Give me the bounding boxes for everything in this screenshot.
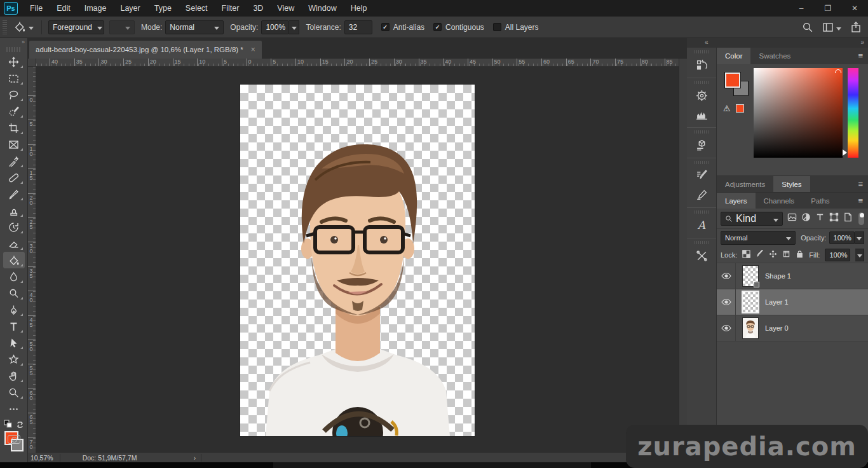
path-selection-tool-button[interactable]	[3, 334, 25, 351]
filter-shape-layers-button[interactable]	[829, 212, 839, 224]
opacity-field[interactable]: 100%	[261, 20, 289, 34]
swap-colors-icon[interactable]	[16, 420, 26, 430]
pattern-picker-dropdown[interactable]	[109, 20, 135, 34]
menu-type[interactable]: Type	[147, 0, 179, 17]
workspace-switcher[interactable]	[822, 22, 841, 33]
hue-slider[interactable]	[848, 68, 858, 158]
lock-transparent-pixels-button[interactable]	[742, 250, 750, 259]
tab-close-icon[interactable]: ×	[251, 45, 255, 54]
frame-tool-button[interactable]	[3, 136, 25, 153]
menu-select[interactable]: Select	[179, 0, 215, 17]
contiguous-checkbox[interactable]: Contiguous	[433, 23, 484, 32]
layer-thumbnail[interactable]	[743, 318, 758, 338]
zoom-tool-button[interactable]	[3, 384, 25, 401]
navigator-panel-button[interactable]	[689, 86, 714, 105]
minimize-button[interactable]: –	[788, 0, 815, 17]
spot-healing-brush-tool-button[interactable]	[3, 169, 25, 186]
brushes-panel-button[interactable]	[689, 185, 714, 204]
panel-menu-icon[interactable]: ≡	[858, 181, 863, 188]
visibility-toggle[interactable]	[717, 289, 736, 315]
layer-row-layer-1[interactable]: Layer 1	[717, 289, 868, 315]
lock-artboard-button[interactable]	[782, 250, 790, 259]
layers-opacity-dropdown-button[interactable]	[855, 231, 864, 244]
all-layers-checkbox[interactable]: All Layers	[493, 23, 539, 32]
fill-source-dropdown[interactable]: Foreground	[48, 20, 104, 34]
clone-stamp-tool-button[interactable]	[3, 202, 25, 219]
custom-shape-tool-button[interactable]	[3, 351, 25, 368]
quick-selection-tool-button[interactable]	[3, 103, 25, 120]
status-options-icon[interactable]: ›	[187, 454, 202, 462]
layer-name[interactable]: Layer 1	[765, 298, 789, 306]
mode-dropdown[interactable]: Normal	[165, 20, 224, 34]
vertical-ruler[interactable]: 0510152025303540455055606570	[28, 67, 36, 453]
foreground-color-swatch[interactable]	[724, 72, 741, 88]
zoom-level-field[interactable]: 10,57%	[28, 454, 60, 462]
menu-file[interactable]: File	[23, 0, 50, 17]
eraser-tool-button[interactable]	[3, 235, 25, 252]
tab-channels[interactable]: Channels	[756, 193, 803, 209]
blend-mode-dropdown[interactable]: Normal	[721, 231, 796, 245]
opacity-dropdown-button[interactable]	[289, 20, 299, 34]
search-icon[interactable]	[802, 22, 813, 33]
quick-mask-button[interactable]	[8, 435, 20, 444]
document-canvas[interactable]	[240, 85, 475, 436]
paint-bucket-tool-button[interactable]	[3, 252, 25, 268]
pen-tool-button[interactable]	[3, 301, 25, 318]
filter-pixel-layers-button[interactable]	[787, 212, 797, 224]
toolbar-collapse-button[interactable]: »	[0, 38, 27, 46]
layers-opacity-field[interactable]: 100%	[829, 231, 855, 244]
lasso-tool-button[interactable]	[3, 86, 25, 103]
visibility-toggle[interactable]	[717, 263, 736, 289]
layer-row-shape-1[interactable]: Shape 1	[717, 263, 868, 289]
filtering-toggle[interactable]	[858, 212, 864, 225]
edit-toolbar-button-button[interactable]	[3, 401, 25, 417]
tool-presets-panel-button[interactable]	[689, 246, 714, 265]
panel-menu-icon[interactable]: ≡	[858, 52, 863, 60]
brush-tool-button[interactable]	[3, 186, 25, 202]
menu-filter[interactable]: Filter	[215, 0, 247, 17]
history-brush-tool-button[interactable]	[3, 219, 25, 235]
lock-all-button[interactable]	[796, 250, 804, 259]
canvas-area[interactable]	[36, 67, 679, 453]
tab-swatches[interactable]: Swatches	[750, 48, 799, 64]
tool-preset-picker[interactable]	[10, 21, 37, 33]
kind-filter-dropdown[interactable]: Kind	[721, 212, 783, 226]
visibility-toggle[interactable]	[717, 315, 736, 341]
blur-tool-button[interactable]	[3, 268, 25, 285]
hand-tool-button[interactable]	[3, 368, 25, 384]
share-icon[interactable]	[850, 22, 862, 33]
tab-layers[interactable]: Layers	[717, 193, 756, 209]
layer-thumbnail[interactable]	[743, 292, 758, 312]
menu-view[interactable]: View	[270, 0, 301, 17]
properties-panel-button[interactable]	[689, 135, 714, 155]
histogram-panel-button[interactable]	[689, 105, 714, 124]
menu-layer[interactable]: Layer	[113, 0, 147, 17]
color-field[interactable]	[754, 68, 843, 158]
horizontal-ruler[interactable]: 4035302520151050510152025303540455055606…	[36, 59, 679, 67]
layer-name[interactable]: Layer 0	[765, 324, 789, 332]
glyphs-panel-button[interactable]: A	[689, 216, 714, 235]
document-tab[interactable]: adult-beard-boy-casual-220453.jpg @ 10,6…	[29, 41, 262, 59]
layer-thumbnail[interactable]	[743, 266, 758, 286]
dodge-tool-button[interactable]	[3, 285, 25, 301]
tab-styles[interactable]: Styles	[773, 176, 810, 192]
fill-field[interactable]: 100%	[825, 249, 850, 261]
type-tool-button[interactable]	[3, 318, 25, 334]
crop-tool-button[interactable]	[3, 120, 25, 136]
gamut-warning-swatch[interactable]	[736, 104, 744, 113]
move-tool-button[interactable]	[3, 53, 25, 70]
menu-3d[interactable]: 3D	[246, 0, 270, 17]
tab-paths[interactable]: Paths	[803, 193, 837, 209]
close-button[interactable]: ✕	[841, 0, 868, 17]
tab-adjustments[interactable]: Adjustments	[717, 176, 773, 192]
menu-edit[interactable]: Edit	[50, 0, 78, 17]
restore-button[interactable]: ❐	[815, 0, 841, 17]
gamut-warning-icon[interactable]: ⚠	[723, 104, 731, 113]
lock-image-pixels-button[interactable]	[756, 250, 764, 259]
lock-position-button[interactable]	[769, 250, 777, 259]
brush-settings-panel-button[interactable]	[689, 166, 714, 185]
menu-help[interactable]: Help	[344, 0, 374, 17]
filter-adjustment-layers-button[interactable]	[801, 212, 811, 224]
collapse-panels-icon[interactable]: «	[705, 39, 709, 46]
menu-window[interactable]: Window	[301, 0, 343, 17]
